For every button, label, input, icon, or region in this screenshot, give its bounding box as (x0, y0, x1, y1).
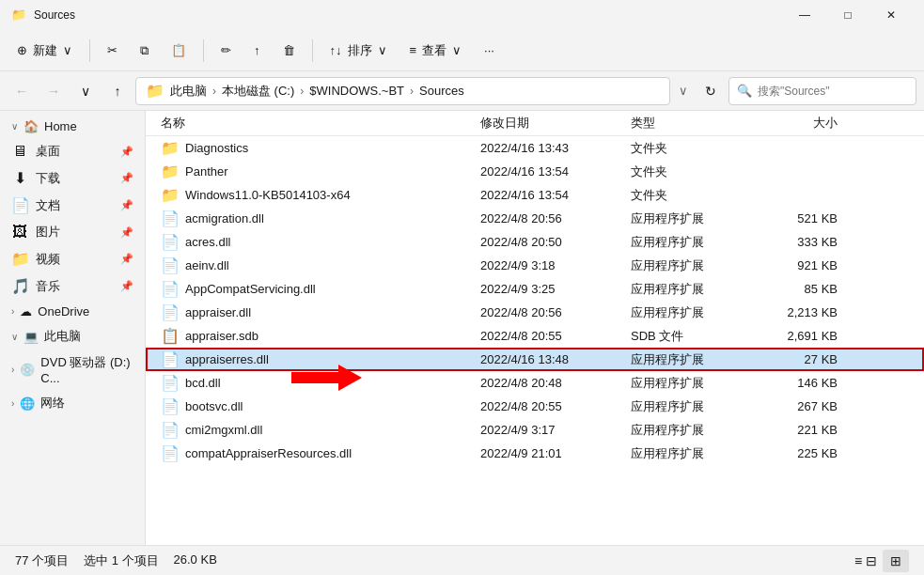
file-size: 146 KB (744, 376, 838, 390)
pin-icon: 📌 (120, 146, 133, 158)
network-expand: › (11, 398, 14, 409)
search-box[interactable]: 🔍 (728, 77, 916, 105)
file-icon: 📄 (161, 374, 178, 392)
sidebar-item-home[interactable]: ∨ 🏠 Home (4, 115, 141, 138)
file-name-cell: 📋 appraiser.sdb (161, 327, 480, 345)
view-button[interactable]: ≡ 查看 ∨ (400, 37, 472, 65)
music-icon: 🎵 (11, 277, 28, 295)
toolbar: ⊕ 新建 ∨ ✂ ⧉ 📋 ✏ ↑ 🗑 ↑↓ 排序 ∨ ≡ 查看 ∨ ··· (0, 30, 924, 71)
table-row[interactable]: 📄 appraiser.dll 2022/4/8 20:56 应用程序扩展 2,… (146, 301, 924, 324)
file-name: appraiserres.dll (185, 352, 269, 366)
table-row[interactable]: 📁 Diagnostics 2022/4/16 13:43 文件夹 (146, 136, 924, 160)
file-type: 应用程序扩展 (631, 375, 744, 392)
table-row[interactable]: 📄 AppCompatServicing.dll 2022/4/9 3:25 应… (146, 277, 924, 301)
plus-icon: ⊕ (17, 43, 27, 57)
maximize-button[interactable]: □ (826, 0, 869, 30)
file-type: SDB 文件 (631, 328, 744, 345)
refresh-button[interactable]: ↻ (697, 77, 725, 105)
share-button[interactable]: ↑ (244, 38, 270, 63)
back-button[interactable]: ← (8, 77, 36, 105)
file-type: 应用程序扩展 (631, 398, 744, 415)
file-name: acmigration.dll (185, 211, 264, 225)
file-name: Panther (185, 164, 228, 179)
more-button[interactable]: ··· (475, 38, 504, 63)
status-info: 77 个项目 选中 1 个项目 26.0 KB (15, 552, 217, 569)
sidebar-item-onedrive[interactable]: › ☁ OneDrive (4, 300, 141, 323)
expand-icon: ∨ (11, 121, 18, 132)
column-name[interactable]: 名称 (161, 115, 480, 132)
breadcrumb-windows-bt: $WINDOWS.~BT (309, 84, 404, 98)
table-row[interactable]: 📄 appraiserres.dll 2022/4/16 13:48 应用程序扩… (146, 348, 924, 371)
delete-button[interactable]: 🗑 (274, 38, 305, 63)
total-items: 77 个项目 (15, 552, 69, 569)
close-button[interactable]: ✕ (869, 0, 913, 30)
file-size: 333 KB (744, 235, 838, 249)
sidebar-item-desktop[interactable]: 🖥 桌面 📌 (4, 138, 141, 164)
file-date: 2022/4/9 3:17 (480, 423, 631, 437)
file-size: 2,213 KB (744, 305, 838, 319)
sidebar-item-thispc[interactable]: ∨ 💻 此电脑 (4, 323, 141, 350)
address-bar: ← → ∨ ↑ 📁 此电脑 › 本地磁盘 (C:) › $WINDOWS.~BT… (0, 71, 924, 111)
table-row[interactable]: 📄 bcd.dll 2022/4/8 20:48 应用程序扩展 146 KB (146, 371, 924, 395)
search-input[interactable] (758, 85, 908, 98)
column-date[interactable]: 修改日期 (480, 115, 631, 132)
thispc-expand: ∨ (11, 332, 18, 342)
column-type[interactable]: 类型 (631, 115, 744, 132)
window-controls: — □ ✕ (783, 0, 913, 30)
sort-button[interactable]: ↑↓ 排序 ∨ (321, 37, 397, 65)
table-row[interactable]: 📄 acres.dll 2022/4/8 20:50 应用程序扩展 333 KB (146, 230, 924, 254)
list-view-button[interactable]: ≡ ⊟ (853, 550, 879, 572)
file-size: 521 KB (744, 211, 838, 225)
file-date: 2022/4/8 20:55 (480, 399, 631, 413)
file-size: 221 KB (744, 423, 838, 437)
sidebar-item-downloads[interactable]: ⬇ 下载 📌 (4, 164, 141, 192)
cut-button[interactable]: ✂ (98, 38, 127, 63)
sidebar-item-pictures[interactable]: 🖼 图片 📌 (4, 219, 141, 245)
file-size: 27 KB (744, 352, 838, 366)
rename-button[interactable]: ✏ (211, 38, 241, 63)
sidebar-item-music[interactable]: 🎵 音乐 📌 (4, 272, 141, 300)
table-row[interactable]: 📄 acmigration.dll 2022/4/8 20:56 应用程序扩展 … (146, 207, 924, 230)
paste-button[interactable]: 📋 (162, 38, 196, 63)
new-button[interactable]: ⊕ 新建 ∨ (8, 37, 82, 65)
down-button[interactable]: ∨ (71, 77, 100, 105)
file-date: 2022/4/8 20:56 (480, 305, 631, 319)
file-type: 应用程序扩展 (631, 422, 744, 439)
minimize-button[interactable]: — (783, 0, 826, 30)
documents-icon: 📄 (11, 196, 28, 214)
selected-items: 选中 1 个项目 (84, 552, 158, 569)
copy-button[interactable]: ⧉ (131, 38, 158, 64)
file-name-cell: 📄 bcd.dll (161, 374, 480, 392)
file-icon: 📄 (161, 280, 178, 298)
column-size[interactable]: 大小 (744, 115, 838, 132)
file-date: 2022/4/8 20:48 (480, 376, 631, 390)
file-date: 2022/4/16 13:54 (480, 164, 631, 179)
file-icon: 📋 (161, 327, 178, 345)
up-button[interactable]: ↑ (103, 77, 132, 105)
table-row[interactable]: 📄 aeinv.dll 2022/4/9 3:18 应用程序扩展 921 KB (146, 254, 924, 277)
grid-view-button[interactable]: ⊞ (883, 550, 909, 572)
forward-button[interactable]: → (39, 77, 68, 105)
file-name: aeinv.dll (185, 258, 229, 272)
pin-icon-3: 📌 (120, 199, 133, 211)
file-icon: 📄 (161, 397, 178, 415)
rename-icon: ✏ (221, 43, 231, 57)
file-name-cell: 📄 appraiserres.dll (161, 350, 480, 368)
table-row[interactable]: 📄 compatAppraiserResources.dll 2022/4/9 … (146, 442, 924, 465)
file-size: 267 KB (744, 399, 838, 413)
table-row[interactable]: 📄 cmi2mgxml.dll 2022/4/9 3:17 应用程序扩展 221… (146, 418, 924, 442)
address-path[interactable]: 📁 此电脑 › 本地磁盘 (C:) › $WINDOWS.~BT › Sourc… (135, 77, 670, 105)
sidebar-item-network[interactable]: › 🌐 网络 (4, 390, 141, 416)
file-name: Windows11.0-KB5014103-x64 (185, 188, 351, 202)
file-list-header: 名称 修改日期 类型 大小 (146, 111, 924, 136)
table-row[interactable]: 📋 appraiser.sdb 2022/4/8 20:55 SDB 文件 2,… (146, 324, 924, 348)
table-row[interactable]: 📁 Windows11.0-KB5014103-x64 2022/4/16 13… (146, 183, 924, 207)
path-dropdown[interactable]: ∨ (674, 77, 693, 105)
table-row[interactable]: 📄 bootsvc.dll 2022/4/8 20:55 应用程序扩展 267 … (146, 395, 924, 418)
file-name-cell: 📄 acres.dll (161, 233, 480, 251)
table-row[interactable]: 📁 Panther 2022/4/16 13:54 文件夹 (146, 160, 924, 183)
sidebar-item-documents[interactable]: 📄 文档 📌 (4, 192, 141, 219)
sidebar-item-videos[interactable]: 📁 视频 📌 (4, 245, 141, 272)
thispc-icon: 💻 (23, 330, 39, 344)
sidebar-item-dvd[interactable]: › 💿 DVD 驱动器 (D:) C... (4, 350, 141, 390)
